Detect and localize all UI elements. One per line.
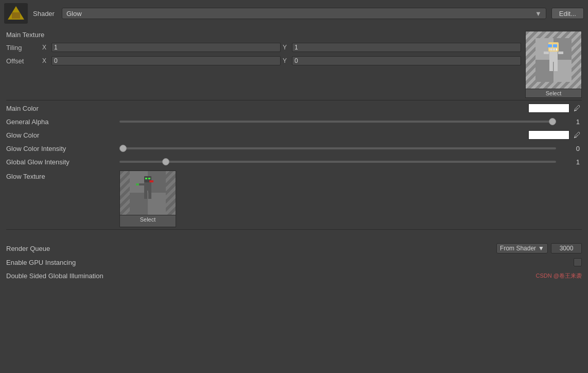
glow-color-row: Glow Color 🖊 xyxy=(6,128,582,142)
gpu-instancing-row: Enable GPU Instancing xyxy=(6,256,582,269)
double-sided-gi-right: CSDN @卷王来袭 xyxy=(212,272,582,280)
global-glow-intensity-value: 1 xyxy=(556,158,582,166)
global-glow-intensity-row: Global Glow Intensity 1 xyxy=(6,155,582,168)
glow-sprite xyxy=(130,171,166,215)
top-bar: Shader Glow ▼ Edit... xyxy=(0,0,588,27)
main-color-row: Main Color 🖊 xyxy=(6,101,582,115)
offset-label: Offset xyxy=(6,57,42,65)
glow-texture-select-button[interactable]: Select xyxy=(120,215,176,224)
tiling-y-label: Y xyxy=(283,44,290,51)
divider-2 xyxy=(6,229,582,230)
glow-texture-label: Glow Texture xyxy=(6,171,119,180)
gpu-instancing-checkbox[interactable] xyxy=(574,258,582,266)
svg-rect-1 xyxy=(12,12,20,19)
svg-rect-27 xyxy=(148,191,151,199)
render-queue-value: 3000 xyxy=(551,243,582,253)
edit-button[interactable]: Edit... xyxy=(551,8,584,19)
tiling-label: Tiling xyxy=(6,44,42,52)
svg-rect-26 xyxy=(144,191,147,199)
texture-left: Main Texture Tiling X Y Offset X Y xyxy=(6,31,521,69)
svg-rect-6 xyxy=(548,44,552,47)
tiling-x-input[interactable] xyxy=(51,43,281,52)
render-queue-label: Render Queue xyxy=(6,245,119,252)
csdn-watermark: CSDN @卷王来袭 xyxy=(536,272,582,280)
double-sided-gi-row: Double Sided Global Illumination CSDN @卷… xyxy=(6,269,582,282)
offset-x-input[interactable] xyxy=(51,56,281,65)
main-texture-thumbnail: Select xyxy=(525,31,582,98)
offset-x-label: X xyxy=(42,57,49,64)
svg-rect-10 xyxy=(558,52,563,54)
svg-rect-23 xyxy=(148,178,150,179)
glow-color-swatch[interactable] xyxy=(528,130,569,140)
general-alpha-slider-container xyxy=(119,121,556,123)
gpu-instancing-right xyxy=(119,258,582,266)
main-color-controls: 🖊 xyxy=(119,104,582,113)
general-alpha-slider[interactable] xyxy=(119,121,556,123)
tiling-xy-group: X Y xyxy=(42,43,521,52)
render-queue-row: Render Queue From Shader ▼ 3000 xyxy=(6,241,582,256)
main-color-label: Main Color xyxy=(6,105,119,112)
general-alpha-label: General Alpha xyxy=(6,118,119,126)
glow-color-controls: 🖊 xyxy=(119,130,582,140)
skeleton-sprite xyxy=(535,38,572,82)
main-texture-select-button[interactable]: Select xyxy=(526,89,581,97)
svg-rect-12 xyxy=(554,62,558,71)
svg-rect-25 xyxy=(144,182,151,191)
svg-rect-29 xyxy=(136,183,139,185)
glow-color-intensity-label: Glow Color Intensity xyxy=(6,145,119,152)
glow-color-intensity-slider-container xyxy=(119,147,556,149)
render-queue-dropdown[interactable]: From Shader ▼ xyxy=(496,243,548,253)
main-texture-image xyxy=(526,31,581,89)
shader-label: Shader xyxy=(33,10,55,18)
svg-rect-7 xyxy=(553,44,557,47)
shader-dropdown-value: Glow xyxy=(66,10,82,18)
offset-y-label: Y xyxy=(283,57,290,64)
glow-color-label: Glow Color xyxy=(6,131,119,139)
offset-xy-group: X Y xyxy=(42,56,521,65)
svg-rect-22 xyxy=(145,178,147,179)
glow-texture-image xyxy=(120,171,176,215)
svg-rect-8 xyxy=(549,52,558,62)
glow-color-intensity-slider[interactable] xyxy=(119,147,556,149)
content-area: Main Texture Tiling X Y Offset X Y xyxy=(0,27,588,286)
svg-rect-11 xyxy=(549,62,553,71)
gpu-instancing-label: Enable GPU Instancing xyxy=(6,259,119,266)
render-queue-dropdown-arrow: ▼ xyxy=(538,245,544,252)
double-sided-gi-label: Double Sided Global Illumination xyxy=(6,272,212,280)
offset-row: Offset X Y xyxy=(6,55,521,66)
svg-rect-9 xyxy=(544,52,549,54)
global-glow-intensity-label: Global Glow Intensity xyxy=(6,158,119,166)
main-texture-section: Main Texture Tiling X Y Offset X Y xyxy=(6,31,582,98)
glow-texture-thumbnail: Select xyxy=(119,171,176,227)
svg-rect-24 xyxy=(149,180,153,182)
shader-dropdown-arrow: ▼ xyxy=(535,10,542,18)
tiling-x-label: X xyxy=(42,44,49,51)
main-color-swatch[interactable] xyxy=(528,104,569,113)
glow-color-intensity-value: 0 xyxy=(556,145,582,152)
logo xyxy=(4,3,28,24)
render-queue-controls: From Shader ▼ 3000 xyxy=(119,243,582,253)
general-alpha-row: General Alpha 1 xyxy=(6,115,582,128)
main-texture-title: Main Texture xyxy=(6,31,521,39)
glow-texture-section: Glow Texture xyxy=(6,171,582,227)
global-glow-intensity-slider[interactable] xyxy=(119,161,556,163)
general-alpha-value: 1 xyxy=(556,118,582,126)
global-glow-intensity-slider-container xyxy=(119,161,556,163)
tiling-row: Tiling X Y xyxy=(6,42,521,53)
render-queue-dropdown-value: From Shader xyxy=(500,245,536,252)
main-color-eyedropper[interactable]: 🖊 xyxy=(573,104,582,112)
glow-color-eyedropper[interactable]: 🖊 xyxy=(573,131,582,139)
spacer-1 xyxy=(6,231,582,241)
offset-y-input[interactable] xyxy=(292,56,521,65)
divider-1 xyxy=(6,100,582,100)
shader-dropdown[interactable]: Glow ▼ xyxy=(62,8,546,19)
glow-color-intensity-row: Glow Color Intensity 0 xyxy=(6,142,582,155)
tiling-y-input[interactable] xyxy=(292,43,521,52)
